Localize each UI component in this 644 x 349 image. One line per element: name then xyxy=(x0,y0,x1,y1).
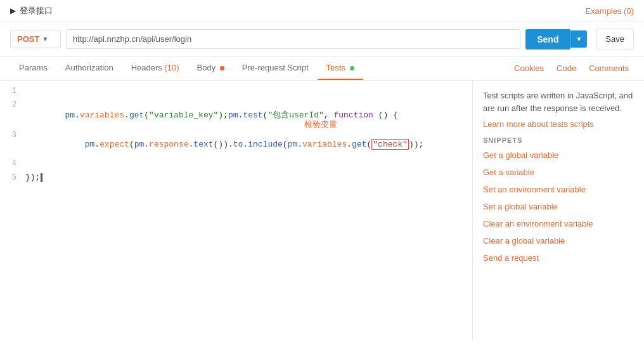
cursor xyxy=(41,173,42,182)
headers-badge: (10) xyxy=(164,63,179,72)
tab-authorization[interactable]: Authorization xyxy=(56,56,122,80)
code-to: to xyxy=(233,140,243,149)
code-function: function xyxy=(333,110,373,120)
page-title: 登录接口 xyxy=(20,5,53,16)
right-tabs: Cookies Code Comments xyxy=(509,57,634,79)
code-line-3: 3 pm.expect(pm.response.text()).to.inclu… xyxy=(0,130,472,159)
code-line-4: 4 xyxy=(0,159,472,173)
snippets-list: Get a global variable Get a variable Set… xyxy=(483,150,634,263)
comments-tab[interactable]: Comments xyxy=(584,57,634,79)
line-content-2: pm.variables.get("variable_key");pm.test… xyxy=(23,100,472,130)
snippet-clear-env-var[interactable]: Clear an environment variable xyxy=(483,219,634,228)
code-check-highlight: "check" xyxy=(371,139,409,150)
tab-headers[interactable]: Headers (10) xyxy=(122,56,188,80)
url-bar: POST ▼ Send ▼ Save xyxy=(0,22,644,56)
snippets-header: SNIPPETS xyxy=(483,136,634,144)
code-response: response xyxy=(149,140,188,149)
code-vars-get: variables xyxy=(80,110,124,120)
code-editor[interactable]: 1 2 pm.variables.get("variable_key");pm.… xyxy=(0,81,473,339)
send-dropdown-button[interactable]: ▼ xyxy=(570,30,587,48)
snippet-get-global-var[interactable]: Get a global variable xyxy=(483,150,634,160)
code-pm2: pm xyxy=(228,110,238,120)
chevron-down-icon: ▼ xyxy=(42,36,48,43)
cookies-tab[interactable]: Cookies xyxy=(509,57,549,79)
code-pm3: pm xyxy=(85,140,95,149)
send-group: Send ▼ xyxy=(525,29,587,49)
snippet-set-global-var[interactable]: Set a global variable xyxy=(483,202,634,211)
snippet-set-env-var[interactable]: Set an environment variable xyxy=(483,185,634,194)
tabs-bar: Params Authorization Headers (10) Body P… xyxy=(0,56,644,81)
line-content-5: }); xyxy=(23,173,472,182)
code-test: test xyxy=(243,110,262,120)
tab-prerequest[interactable]: Pre-request Script xyxy=(233,56,318,80)
snippet-clear-global-var[interactable]: Clear a global variable xyxy=(483,236,634,246)
right-panel-description: Test scripts are written in JavaScript, … xyxy=(483,89,634,114)
code-pm: pm xyxy=(65,110,75,120)
code-dot1: . xyxy=(75,110,80,120)
code-include: include xyxy=(248,140,283,149)
code-expect: expect xyxy=(100,140,129,149)
learn-more-link[interactable]: Learn more about tests scripts xyxy=(483,119,594,129)
line-number-2: 2 xyxy=(0,100,23,109)
annotation-label: 检验变量 xyxy=(304,119,337,130)
code-text: text xyxy=(193,140,213,149)
save-button[interactable]: Save xyxy=(596,29,634,49)
code-pm5: pm xyxy=(288,140,298,149)
snippet-get-var[interactable]: Get a variable xyxy=(483,168,634,177)
code-vars2: variables xyxy=(302,140,347,149)
snippet-send-request[interactable]: Send a request xyxy=(483,253,634,263)
top-bar: ▶ 登录接口 Examples (0) xyxy=(0,0,644,22)
code-get: get xyxy=(129,110,144,120)
code-line-5: 5 }); xyxy=(0,173,472,187)
code-line-2: 2 pm.variables.get("variable_key");pm.te… xyxy=(0,100,472,130)
code-pm4: pm xyxy=(134,140,145,149)
tab-params[interactable]: Params xyxy=(10,56,56,80)
line-number-3: 3 xyxy=(0,130,23,140)
url-input[interactable] xyxy=(66,29,520,49)
tab-tests[interactable]: Tests xyxy=(318,56,363,80)
line-number-1: 1 xyxy=(0,86,23,95)
top-bar-left: ▶ 登录接口 xyxy=(10,5,53,16)
method-select[interactable]: POST ▼ xyxy=(10,30,61,48)
tests-dot xyxy=(350,66,354,70)
main-content: 1 2 pm.variables.get("variable_key");pm.… xyxy=(0,81,644,339)
code-get2: get xyxy=(352,140,366,149)
tab-body[interactable]: Body xyxy=(188,56,233,80)
arrow-icon: ▶ xyxy=(10,6,16,15)
code-tab[interactable]: Code xyxy=(551,57,581,79)
line-content-3: pm.expect(pm.response.text()).to.include… xyxy=(23,130,472,159)
line-number-5: 5 xyxy=(0,173,23,182)
code-varkey: "variable_key" xyxy=(149,110,218,120)
code-check-str: "check" xyxy=(373,140,408,149)
method-label: POST xyxy=(17,34,39,44)
body-dot xyxy=(220,66,224,70)
examples-link[interactable]: Examples (0) xyxy=(585,6,634,16)
line-number-4: 4 xyxy=(0,159,23,168)
right-panel: Test scripts are written in JavaScript, … xyxy=(473,81,644,339)
send-button[interactable]: Send xyxy=(525,29,570,49)
code-line-1: 1 xyxy=(0,86,472,100)
